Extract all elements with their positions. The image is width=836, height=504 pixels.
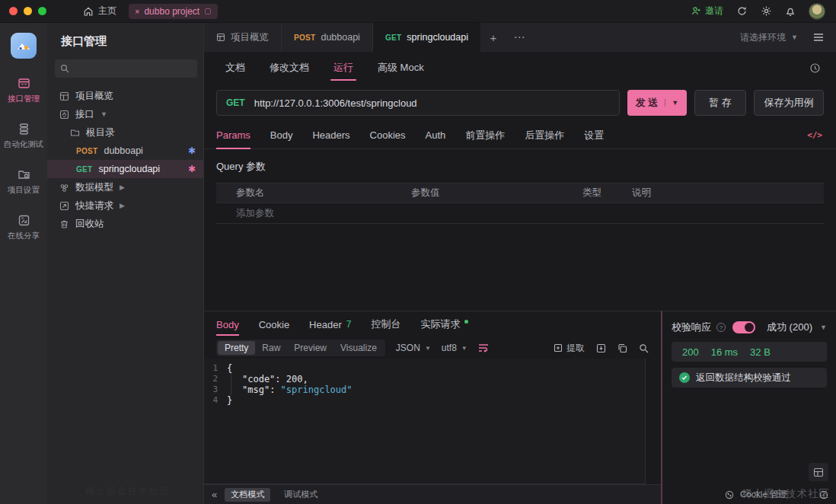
tab-auth[interactable]: Auth bbox=[426, 122, 446, 148]
subtab-edit[interactable]: 修改文档 bbox=[270, 52, 309, 84]
subtab-doc[interactable]: 文档 bbox=[225, 52, 245, 84]
subtab-run[interactable]: 运行 bbox=[333, 52, 353, 84]
response-body-editor[interactable]: 1 { 2 "code": 200, 3 "msg": "springcloud… bbox=[204, 359, 646, 484]
format-select[interactable]: JSON▼ bbox=[396, 343, 431, 353]
info-icon[interactable] bbox=[819, 490, 828, 499]
tab-overview[interactable]: 项目概览 bbox=[204, 23, 282, 52]
doc-mode-button[interactable]: 文档模式 bbox=[225, 488, 270, 502]
code-view-icon[interactable]: </> bbox=[807, 130, 822, 140]
search-icon bbox=[60, 64, 69, 73]
validate-toggle[interactable] bbox=[732, 321, 755, 333]
mode-raw[interactable]: Raw bbox=[255, 341, 287, 355]
response-tab-body[interactable]: Body bbox=[216, 311, 239, 337]
subtab-mock[interactable]: 高级 Mock bbox=[378, 52, 424, 84]
method-badge: GET bbox=[76, 165, 92, 174]
project-tab[interactable]: × dubbo project bbox=[129, 4, 218, 19]
tab-label: 前置操作 bbox=[465, 129, 505, 142]
rail-item-api-manage[interactable]: 接口管理 bbox=[8, 77, 40, 104]
tab-label: 后置操作 bbox=[525, 129, 564, 142]
new-tab-button[interactable]: + bbox=[480, 23, 506, 52]
word-wrap-icon[interactable] bbox=[478, 343, 489, 352]
tab-settings[interactable]: 设置 bbox=[584, 122, 604, 148]
rail-item-project-settings[interactable]: 项目设置 bbox=[8, 168, 40, 196]
response-tab-header[interactable]: Header 7 bbox=[309, 311, 351, 337]
invite-button[interactable]: 邀请 bbox=[691, 5, 723, 18]
tree-item-overview[interactable]: 项目概览 bbox=[47, 87, 203, 105]
response-size: 32 B bbox=[750, 346, 771, 358]
layout-switch-icon[interactable] bbox=[809, 463, 828, 481]
tab-springcloudapi[interactable]: GET springcloudapi bbox=[373, 23, 480, 52]
window-zoom-button[interactable] bbox=[38, 7, 46, 15]
more-tabs-button[interactable]: ⋯ bbox=[506, 23, 532, 52]
send-button[interactable]: 发 送 ▼ bbox=[627, 90, 687, 116]
tree-item-trash[interactable]: 回收站 bbox=[47, 215, 203, 233]
home-tab[interactable]: 主页 bbox=[83, 5, 116, 18]
mode-preview[interactable]: Preview bbox=[287, 341, 333, 355]
add-param-row[interactable]: 添加参数 bbox=[216, 203, 824, 223]
tree-item-label: springcloudapi bbox=[98, 164, 160, 174]
tree-item-models[interactable]: 数据模型 ▶ bbox=[47, 178, 203, 196]
app-logo[interactable] bbox=[11, 33, 37, 59]
tree-item-api-group[interactable]: 接口 ▼ bbox=[47, 105, 203, 123]
response-tab-cookie[interactable]: Cookie bbox=[259, 311, 289, 337]
url-input[interactable] bbox=[254, 97, 610, 109]
tree-item-label: 接口 bbox=[75, 108, 94, 121]
send-options-caret[interactable]: ▼ bbox=[665, 99, 678, 107]
mode-pretty[interactable]: Pretty bbox=[218, 341, 255, 355]
help-icon[interactable]: ? bbox=[716, 323, 726, 332]
chevron-right-icon[interactable]: ▶ bbox=[120, 202, 125, 209]
api-tree-panel: 接口管理 + 项目概览 bbox=[47, 23, 204, 504]
mode-visualize[interactable]: Visualize bbox=[333, 341, 384, 355]
header-count-badge: 7 bbox=[346, 319, 352, 330]
debug-mode-button[interactable]: 调试模式 bbox=[278, 488, 324, 502]
tree-item-root-folder[interactable]: 根目录 bbox=[47, 123, 203, 142]
tree-item-dubboapi[interactable]: POST dubboapi ✱ bbox=[47, 142, 203, 160]
cookie-manage-button[interactable]: Cookie 管理 bbox=[725, 489, 828, 500]
tab-pre-ops[interactable]: 前置操作 bbox=[465, 122, 505, 148]
search-input[interactable] bbox=[55, 59, 197, 78]
history-clock-icon[interactable] bbox=[809, 62, 821, 74]
request-method[interactable]: GET bbox=[226, 97, 245, 108]
close-icon[interactable]: × bbox=[135, 7, 139, 16]
tab-label: Body bbox=[270, 129, 293, 141]
response-tab-console[interactable]: 控制台 bbox=[371, 311, 400, 337]
search-response-icon[interactable] bbox=[639, 343, 649, 353]
bell-icon[interactable] bbox=[785, 6, 796, 17]
user-avatar[interactable] bbox=[809, 3, 825, 20]
environment-select[interactable]: 请选择环境 ▼ bbox=[740, 23, 806, 52]
tab-params[interactable]: Params bbox=[216, 122, 250, 148]
chevron-down-icon[interactable]: ▼ bbox=[820, 324, 827, 331]
chevron-down-icon[interactable]: ▼ bbox=[101, 110, 107, 118]
send-label: 发 送 bbox=[636, 96, 659, 110]
tab-body[interactable]: Body bbox=[270, 122, 293, 148]
window-minimize-button[interactable] bbox=[24, 7, 32, 15]
tab-dubboapi[interactable]: POST dubboapi bbox=[282, 23, 373, 52]
encoding-select[interactable]: utf8▼ bbox=[442, 343, 467, 353]
gear-icon[interactable] bbox=[761, 5, 772, 17]
rail-item-automation[interactable]: 自动化测试 bbox=[4, 123, 44, 150]
menu-icon[interactable] bbox=[806, 23, 831, 52]
tab-cookies[interactable]: Cookies bbox=[370, 122, 406, 148]
copy-icon[interactable] bbox=[617, 343, 627, 353]
code-line: 1 { bbox=[204, 363, 645, 374]
extract-button[interactable]: 提取 bbox=[554, 342, 585, 355]
tab-headers[interactable]: Headers bbox=[312, 122, 349, 148]
tab-label: springcloudapi bbox=[407, 32, 468, 43]
document-tabstrip: 项目概览 POST dubboapi GET springcloudapi + … bbox=[204, 23, 836, 52]
tree-item-quick-request[interactable]: 快捷请求 ▶ bbox=[47, 196, 203, 215]
collapse-icon[interactable]: « bbox=[212, 489, 217, 500]
response-tab-actual-request[interactable]: 实际请求 bbox=[420, 311, 468, 337]
rail-item-share[interactable]: 在线分享 bbox=[8, 214, 40, 241]
tree-item-springcloudapi[interactable]: GET springcloudapi ✱ bbox=[47, 160, 203, 178]
window-close-button[interactable] bbox=[9, 7, 18, 15]
chevron-right-icon[interactable]: ▶ bbox=[120, 183, 125, 191]
tab-post-ops[interactable]: 后置操作 bbox=[525, 122, 564, 148]
url-input-box[interactable]: GET bbox=[216, 90, 620, 116]
tree-item-label: dubboapi bbox=[104, 145, 142, 156]
search-field[interactable] bbox=[74, 63, 192, 74]
save-as-case-button[interactable]: 保存为用例 bbox=[754, 90, 824, 116]
stash-button[interactable]: 暂 存 bbox=[694, 90, 746, 116]
sync-icon[interactable] bbox=[736, 5, 748, 17]
save-response-icon[interactable] bbox=[596, 343, 606, 353]
response-metrics[interactable]: 200 16 ms 32 B bbox=[672, 342, 827, 362]
